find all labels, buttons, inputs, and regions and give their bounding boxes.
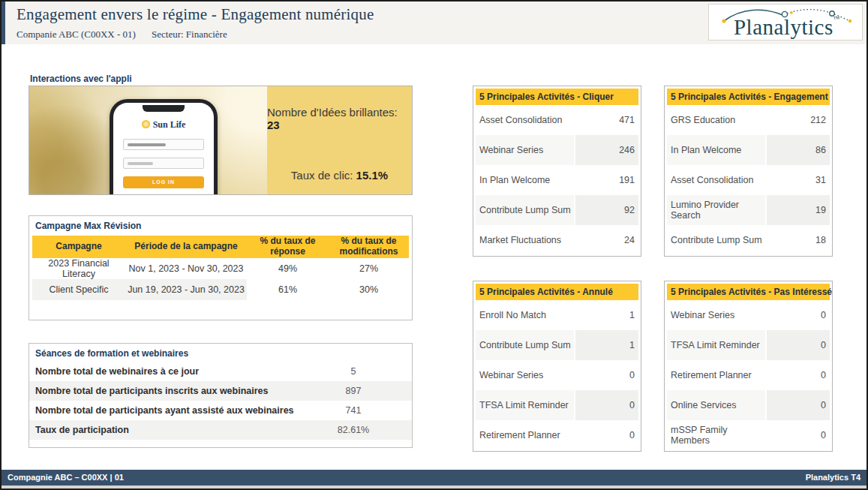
header-accent-bar (2, 2, 5, 44)
webinar-title: Séances de formation et webinaires (35, 348, 412, 359)
campaign-cell: Client Specific (32, 279, 125, 300)
activity-row[interactable]: In Plan Welcome191 (476, 165, 638, 195)
webinar-metric-label: Taux de participation (29, 425, 297, 435)
footer-brand: Planalytics T4 (806, 470, 860, 485)
phone-notch (143, 105, 185, 112)
activity-row[interactable]: Webinar Series0 (476, 360, 638, 390)
activity-row[interactable]: TFSA Limit Reminder0 (476, 390, 638, 420)
activity-label: Retirement Planner (476, 420, 574, 450)
campaign-cell: 2023 Financial Literacy (32, 258, 125, 279)
activity-row[interactable]: Retirement Planner0 (476, 420, 638, 450)
webinar-row[interactable]: Nombre total de participants inscrits au… (29, 381, 412, 401)
activity-label: Contribute Lump Sum (476, 195, 574, 225)
logo-wordmark: Planalytics™ (719, 15, 854, 40)
activity-label: Webinar Series (476, 360, 574, 390)
activity-label: Lumino Provider Search (667, 195, 765, 225)
webinar-metric-label: Nombre total de webinaires à ce jour (29, 366, 297, 377)
header-subtitle: Companie ABC (C00XX - 01) Secteur: Finan… (17, 29, 136, 41)
activity-value: 1 (575, 300, 638, 330)
activity-row[interactable]: Online Services0 (667, 390, 830, 420)
webinar-metric-value: 82.61% (297, 425, 410, 435)
email-field (123, 139, 204, 150)
activity-row[interactable]: Market Fluctuations24 (476, 225, 638, 255)
campaign-col-header: Campagne (32, 236, 125, 258)
planalytics-logo: Planalytics™ (708, 4, 863, 41)
activity-value: 0 (575, 420, 638, 450)
click-rate-stat: Taux de clic: 15.1% (291, 169, 388, 182)
activity-label: GRS Education (667, 105, 765, 135)
campaign-header-row: CampagnePériode de la campagne% du taux … (32, 236, 409, 258)
activity-value: 246 (575, 135, 638, 165)
phone-mockup: Sun Life LOG IN (110, 99, 218, 194)
activity-value: 0 (767, 360, 830, 390)
activity-label: In Plan Welcome (667, 135, 765, 165)
password-field-hint (128, 162, 153, 165)
campaign-cell: 49% (247, 258, 329, 279)
campaign-panel: Campagne Max Révision CampagnePériode de… (29, 215, 413, 320)
activity-value: 31 (767, 165, 830, 195)
activity-label: Webinar Series (476, 135, 574, 165)
activity-row[interactable]: Asset Consolidation471 (476, 105, 638, 135)
activity-panel-title: 5 Principales Activités - Cliquer (476, 89, 638, 105)
activity-label: Contribute Lump Sum (667, 225, 765, 255)
campaign-cell: Jun 19, 2023 - Jun 30, 2023 (125, 279, 247, 300)
app-interactions-title: Interactions avec l'appli (30, 74, 132, 84)
campaign-row[interactable]: 2023 Financial LiteracyNov 1, 2023 - Nov… (32, 258, 409, 279)
activity-label: Asset Consolidation (476, 105, 574, 135)
activity-label: Enroll No Match (476, 300, 574, 330)
app-photo: Sun Life LOG IN (29, 86, 267, 194)
activity-label: Market Fluctuations (476, 225, 574, 255)
campaign-cell: 27% (329, 258, 409, 279)
bright-ideas-stat: Nombre d'Idées brillantes: 23 (267, 106, 412, 131)
phone-screen: Sun Life LOG IN (113, 103, 214, 194)
header: Engagement envers le régime - Engagement… (2, 2, 866, 44)
activity-label: mSSP Family Members (667, 420, 765, 450)
activity-row[interactable]: In Plan Welcome86 (667, 135, 830, 165)
activity-row[interactable]: Webinar Series0 (667, 300, 830, 330)
activity-row[interactable]: mSSP Family Members0 (667, 420, 830, 450)
activity-row[interactable]: Contribute Lump Sum92 (476, 195, 638, 225)
activity-label: TFSA Limit Reminder (667, 330, 765, 360)
webinar-metric-label: Nombre total de participants ayant assis… (29, 405, 297, 416)
activity-row[interactable]: Enroll No Match1 (476, 300, 638, 330)
activity-row[interactable]: TFSA Limit Reminder0 (667, 330, 830, 360)
app-stats-block: Nombre d'Idées brillantes: 23 Taux de cl… (267, 86, 412, 194)
bottom-strip (2, 485, 866, 488)
activity-value: 1 (575, 330, 638, 360)
activity-row[interactable]: Contribute Lump Sum1 (476, 330, 638, 360)
activity-row[interactable]: Lumino Provider Search19 (667, 195, 830, 225)
activity-row[interactable]: Retirement Planner0 (667, 360, 830, 390)
webinar-row[interactable]: Taux de participation82.61% (29, 420, 412, 440)
page-title: Engagement envers le régime - Engagement… (17, 5, 374, 24)
webinar-row[interactable]: Nombre total de participants ayant assis… (29, 401, 412, 420)
dashboard-page: Engagement envers le régime - Engagement… (0, 0, 868, 490)
activity-row[interactable]: Webinar Series246 (476, 135, 638, 165)
campaign-body: 2023 Financial LiteracyNov 1, 2023 - Nov… (32, 258, 409, 300)
campaign-cell: Nov 1, 2023 - Nov 30, 2023 (125, 258, 247, 279)
webinar-rows: Nombre total de webinaires à ce jour5Nom… (29, 362, 412, 440)
app-interactions-panel[interactable]: Sun Life LOG IN Nombre d'Idées brillante… (29, 86, 413, 195)
campaign-row[interactable]: Client SpecificJun 19, 2023 - Jun 30, 20… (32, 279, 409, 300)
webinar-row[interactable]: Nombre total de webinaires à ce jour5 (29, 362, 412, 381)
webinar-panel: Séances de formation et webinaires Nombr… (29, 343, 413, 448)
activity-label: Asset Consolidation (667, 165, 765, 195)
sunlife-brand: Sun Life (113, 119, 214, 131)
activity-panel: 5 Principales Activités - AnnuléEnroll N… (473, 281, 641, 452)
activity-label: Online Services (667, 390, 765, 420)
webinar-metric-value: 897 (297, 386, 410, 396)
activity-value: 0 (767, 420, 830, 450)
login-button: LOG IN (123, 176, 204, 188)
activity-panel: 5 Principales Activités - CliquerAsset C… (473, 86, 641, 257)
activity-panel: 5 Principales Activités - Pas IntéresséW… (664, 281, 833, 452)
campaign-col-header: % du taux de modifications (329, 236, 409, 258)
email-field-hint (128, 143, 166, 146)
activity-value: 86 (767, 135, 830, 165)
activity-row[interactable]: Asset Consolidation31 (667, 165, 830, 195)
activity-row[interactable]: GRS Education212 (667, 105, 830, 135)
footer: Compagnie ABC – C00XX | 01 Planalytics T… (2, 470, 866, 485)
trademark-symbol: ™ (833, 15, 840, 23)
webinar-metric-value: 5 (297, 366, 410, 377)
activity-value: 92 (575, 195, 638, 225)
activity-row[interactable]: Contribute Lump Sum18 (667, 225, 830, 255)
campaign-col-header: Période de la campagne (125, 236, 247, 258)
